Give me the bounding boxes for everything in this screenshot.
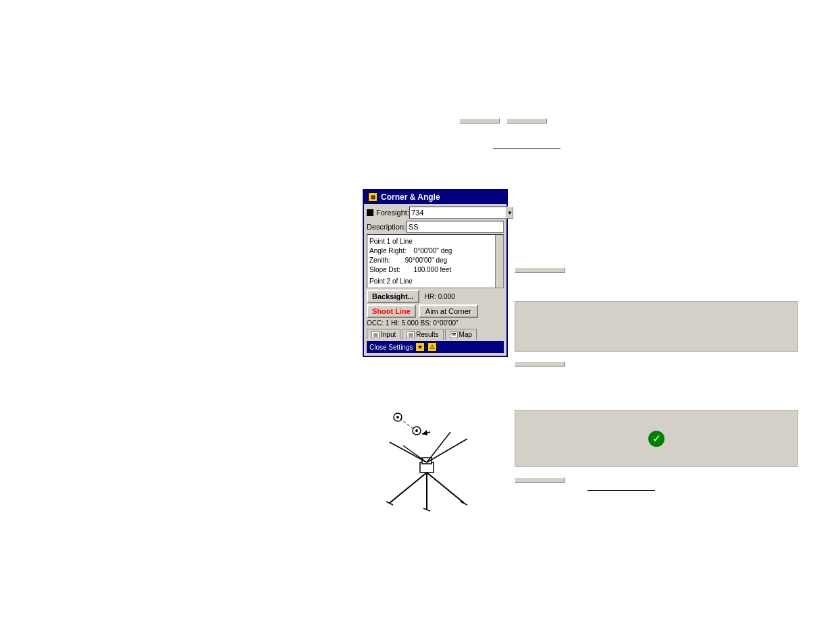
shoot-aim-row: Shoot Line Aim at Corner <box>367 304 504 318</box>
svg-line-10 <box>427 432 450 462</box>
tab-map[interactable]: 🗺 Map <box>445 329 477 340</box>
zenith1-row: Zenith: 90°00'00" deg <box>369 256 501 265</box>
description-row: Description: <box>367 221 504 233</box>
dialog-body: Foresight: ▼ Description: Point 1 of Lin… <box>364 204 506 356</box>
foresight-checkbox[interactable] <box>367 209 373 216</box>
right-gray-panel-1 <box>515 301 798 352</box>
occ-info-text: OCC: 1 HI: 5.000 BS: 0°00'00" <box>367 319 504 327</box>
right-button-2[interactable] <box>515 361 565 367</box>
scroll-bar[interactable] <box>495 235 503 288</box>
star-icon[interactable]: ★ <box>415 342 425 352</box>
point2-label: Point 2 of Line <box>369 277 501 286</box>
foresight-input[interactable] <box>409 207 506 219</box>
top-buttons-area <box>459 118 547 124</box>
foresight-label: Foresight: <box>376 209 409 217</box>
dialog-titlebar: ⊠ Corner & Angle <box>364 190 506 204</box>
tab-results[interactable]: ▤ Results <box>402 329 443 340</box>
right-gray-panel-2: ✓ <box>515 410 798 467</box>
tab-input-label: Input <box>381 331 396 338</box>
right-button-1[interactable] <box>515 267 565 273</box>
svg-marker-18 <box>422 430 427 435</box>
top-button-2[interactable] <box>506 118 547 124</box>
foresight-dropdown-btn[interactable]: ▼ <box>506 207 513 219</box>
backsight-hr-row: Backsight... HR: 0.000 <box>367 290 504 303</box>
input-tab-icon: ▤ <box>371 331 380 338</box>
corner-angle-dialog: ⊠ Corner & Angle Foresight: ▼ Descriptio… <box>363 189 508 357</box>
svg-point-14 <box>396 416 399 419</box>
svg-line-9 <box>427 439 467 462</box>
tab-map-label: Map <box>459 331 472 338</box>
shoot-line-button[interactable]: Shoot Line <box>367 304 416 318</box>
dialog-title-icon: ⊠ <box>368 192 377 202</box>
description-input[interactable] <box>407 221 504 233</box>
slope-dst-row: Slope Dst: 100.000 feet <box>369 265 501 275</box>
survey-instrument-diagram <box>363 395 491 513</box>
svg-line-0 <box>390 473 427 503</box>
data-box-content: Point 1 of Line Angle Right: 0°00'00" de… <box>369 237 501 288</box>
foresight-row: Foresight: ▼ <box>367 207 504 219</box>
svg-line-2 <box>427 473 464 503</box>
tab-results-label: Results <box>416 331 438 338</box>
bottom-button[interactable] <box>515 477 565 483</box>
svg-point-16 <box>415 429 418 432</box>
warning-icon: ⚠ <box>427 342 437 352</box>
data-scrollable-box[interactable]: Point 1 of Line Angle Right: 0°00'00" de… <box>367 234 504 288</box>
aim-at-corner-button[interactable]: Aim at Corner <box>419 304 478 318</box>
top-divider-line <box>493 149 561 149</box>
bottom-divider-line <box>588 490 655 491</box>
dialog-title-text: Corner & Angle <box>381 192 440 202</box>
svg-line-12 <box>400 419 413 429</box>
close-settings-text[interactable]: Close Settings <box>369 344 413 351</box>
point1-label: Point 1 of Line <box>369 237 501 246</box>
svg-line-8 <box>390 442 427 462</box>
tab-row: ▤ Input ▤ Results 🗺 Map <box>367 329 504 340</box>
checkmark-icon: ✓ <box>648 431 664 447</box>
top-button-1[interactable] <box>459 118 500 124</box>
close-settings-row: Close Settings ★ ⚠ <box>367 341 504 353</box>
tab-input[interactable]: ▤ Input <box>367 329 400 340</box>
angle-right1-row: Angle Right: 0°00'00" deg <box>369 246 501 256</box>
hr-label: HR: 0.000 <box>425 293 455 300</box>
description-label: Description: <box>367 223 407 231</box>
angle-right2-row: Angle Right: 30°00'00" deg <box>369 286 501 288</box>
results-tab-icon: ▤ <box>407 331 415 338</box>
map-tab-icon: 🗺 <box>450 331 458 338</box>
svg-line-11 <box>403 446 427 462</box>
backsight-button[interactable]: Backsight... <box>367 290 419 303</box>
